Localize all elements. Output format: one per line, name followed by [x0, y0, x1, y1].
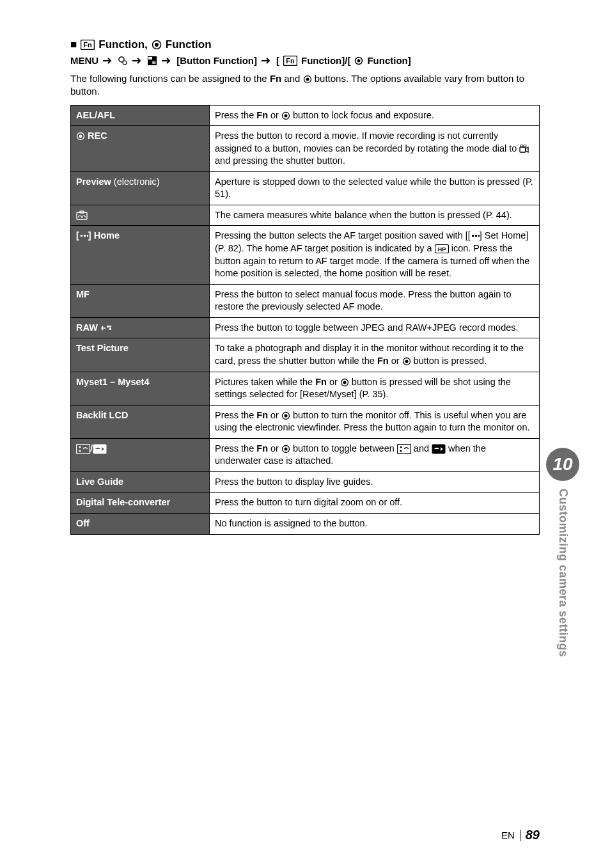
underwater-wide-icon: [93, 444, 107, 454]
rec-dot-icon: [281, 411, 290, 420]
row-label-myset: Myset1 – Myset4: [71, 372, 210, 405]
svg-rect-33: [109, 326, 111, 327]
row-desc: Press the button to toggle between JPEG …: [210, 317, 540, 338]
rec-dot-icon: [281, 111, 290, 120]
svg-text:Fn: Fn: [84, 41, 93, 49]
table-row: [] Home Pressing the button selects the …: [71, 226, 540, 284]
row-desc: No function is assigned to the button.: [210, 514, 540, 535]
rec-dot-icon: [281, 445, 290, 454]
table-row: MF Press the button to select manual foc…: [71, 284, 540, 317]
row-desc: Pressing the button selects the AF targe…: [210, 226, 540, 284]
svg-point-16: [284, 114, 287, 117]
svg-rect-7: [148, 57, 152, 59]
row-label-mf: MF: [71, 284, 210, 317]
svg-point-40: [284, 414, 287, 417]
underwater-macro-icon: [76, 444, 90, 454]
svg-point-46: [284, 447, 287, 450]
menu-tail1: Function]/[: [301, 55, 350, 66]
intro-pre: The following functions can be assigned …: [70, 73, 270, 84]
svg-point-38: [343, 381, 346, 384]
chapter-title-vertical: Customizing camera settings: [556, 489, 570, 658]
fn-box-icon: Fn: [81, 40, 95, 50]
page-footer: EN 89: [501, 828, 540, 842]
row-label-backlit: Backlit LCD: [71, 405, 210, 438]
svg-point-5: [123, 61, 127, 65]
row-label-dtc: Digital Tele-converter: [71, 493, 210, 514]
svg-text:HP: HP: [437, 246, 446, 253]
row-label-underwater: /: [71, 438, 210, 471]
row-desc: Press the Fn or button to toggle between…: [210, 438, 540, 471]
row-label-wb: [71, 205, 210, 226]
svg-point-42: [79, 446, 81, 448]
row-label-rec: REC: [71, 126, 210, 172]
bracket-open: [: [276, 55, 279, 66]
arrow-icon: [132, 57, 143, 65]
table-row: Backlit LCD Press the Fn or button to tu…: [71, 405, 540, 438]
row-desc: Pictures taken while the Fn or button is…: [210, 372, 540, 405]
row-desc: Press the Fn or button to turn the monit…: [210, 405, 540, 438]
arrow-icon: [102, 57, 114, 65]
function-table: AEL/AFL Press the Fn or button to lock f…: [70, 105, 540, 535]
arrow-icon: [161, 57, 173, 65]
svg-text:B: B: [152, 59, 156, 65]
svg-rect-28: [475, 235, 477, 237]
heading-part1: Function,: [98, 38, 147, 51]
menu-label: MENU: [70, 55, 98, 66]
menu-path: MENU B [Button Function] [FnFunction]/[F…: [70, 55, 540, 66]
row-label-liveguide: Live Guide: [71, 471, 210, 493]
svg-point-36: [405, 360, 408, 363]
svg-rect-27: [472, 235, 474, 237]
row-desc: Press the button to display live guides.: [210, 471, 540, 493]
rec-dot-icon: [402, 357, 411, 366]
button-function-label: [Button Function]: [176, 55, 257, 66]
movie-mode-icon: [519, 145, 529, 154]
row-label-test: Test Picture: [71, 338, 210, 372]
section-heading: ■ Fn Function, Function: [70, 38, 540, 51]
row-desc: To take a photograph and display it in t…: [210, 338, 540, 372]
table-row: Test Picture To take a photograph and di…: [71, 338, 540, 372]
svg-point-43: [79, 450, 81, 452]
svg-point-48: [400, 446, 402, 448]
arrow-icon: [261, 57, 272, 65]
svg-rect-47: [397, 444, 411, 454]
underwater-wide-icon: [432, 444, 446, 454]
table-row: / Press the Fn or button to toggle betwe…: [71, 438, 540, 471]
table-row: Off No function is assigned to the butto…: [71, 514, 540, 535]
svg-rect-32: [107, 326, 109, 327]
table-row: RAW Press the button to toggle between J…: [71, 317, 540, 338]
svg-rect-19: [520, 147, 526, 152]
af-target-dots-icon: [471, 233, 480, 240]
table-row: Live Guide Press the button to display l…: [71, 471, 540, 493]
table-row: REC Press the button to record a movie. …: [71, 126, 540, 172]
svg-rect-24: [81, 235, 82, 237]
rec-dot-icon: [340, 378, 349, 387]
table-row: The camera measures white balance when t…: [71, 205, 540, 226]
svg-rect-34: [109, 328, 111, 330]
bullet: ■: [70, 38, 77, 51]
svg-rect-25: [84, 235, 86, 237]
menu-tab-b-icon: B: [147, 56, 157, 66]
footer-page-number: 89: [526, 828, 540, 842]
row-label-raw: RAW: [71, 317, 210, 338]
row-desc: Press the button to select manual focus …: [210, 284, 540, 317]
svg-point-12: [357, 59, 361, 62]
rec-dot-icon: [303, 75, 312, 84]
footer-lang: EN: [501, 830, 515, 840]
menu-tail2: Function]: [367, 55, 411, 66]
svg-rect-22: [77, 212, 87, 219]
svg-rect-41: [77, 444, 90, 454]
rec-dot-icon: [76, 132, 85, 141]
underwater-macro-icon: [397, 444, 411, 454]
footer-divider: [520, 830, 520, 841]
side-tab: 10 Customizing camera settings: [546, 448, 579, 658]
rec-dot-icon: [152, 40, 162, 50]
table-row: Myset1 – Myset4 Pictures taken while the…: [71, 372, 540, 405]
table-row: Digital Tele-converter Press the button …: [71, 493, 540, 514]
svg-point-18: [79, 135, 82, 138]
row-desc: Press the button to turn digital zoom on…: [210, 493, 540, 514]
hp-box-icon: HP: [435, 244, 449, 253]
row-desc: Press the Fn or button to lock focus and…: [210, 105, 540, 126]
heading-part2: Function: [166, 38, 212, 51]
row-label-home: [] Home: [71, 226, 210, 284]
chapter-number-badge: 10: [546, 448, 579, 481]
